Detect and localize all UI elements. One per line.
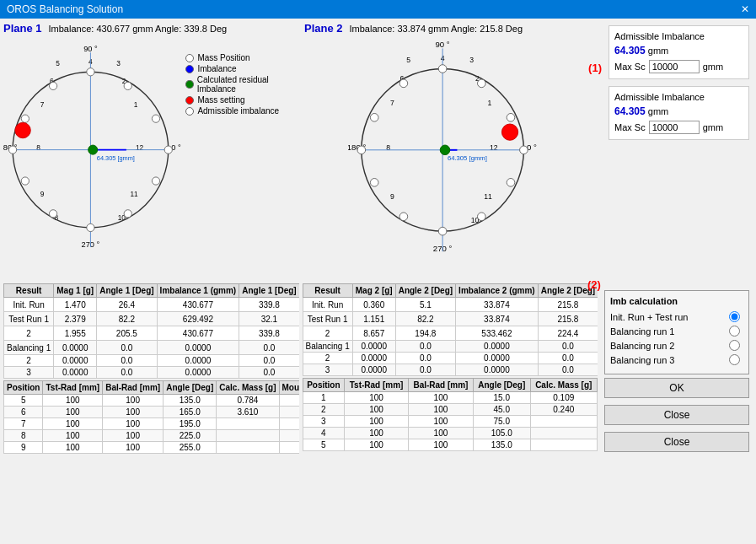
table-row: 5 100 100 135.0 0.784 0.000: [4, 395, 299, 407]
ok-button[interactable]: OK: [604, 378, 749, 398]
cell-angle2b: 0.0: [538, 353, 598, 364]
radio-bal-run2[interactable]: Balancing run 2: [610, 340, 743, 351]
plane1-header: Plane 1 Imbalance: 430.677 gmm Angle: 33…: [3, 22, 301, 35]
svg-text:9: 9: [390, 192, 394, 201]
cell-angle2: 0.0: [239, 355, 299, 367]
cell-pos: 8: [4, 430, 43, 442]
cell-result: 3: [4, 367, 54, 379]
cell-angle1: 0.0: [97, 367, 157, 379]
cell-result: 2: [4, 326, 54, 341]
svg-point-68: [440, 145, 450, 155]
svg-point-66: [399, 79, 408, 88]
svg-point-21: [124, 82, 131, 89]
svg-point-65: [370, 113, 378, 121]
table-row: Init. Run 0.360 5.1 33.874 215.8 X: [303, 298, 598, 312]
close-icon[interactable]: ✕: [741, 3, 749, 15]
plane1-position-scroll[interactable]: Position Tst-Rad [mm] Bal-Rad [mm] Angle…: [3, 380, 299, 454]
cell-angle2b: 215.8: [538, 298, 598, 312]
svg-point-26: [87, 224, 94, 231]
cell-mag2: 0.0000: [352, 353, 395, 364]
tst-rad-col: Tst-Rad [mm]: [43, 381, 103, 395]
svg-text:3: 3: [116, 59, 121, 67]
radio-bal-run3[interactable]: Balancing run 3: [610, 354, 743, 365]
admissible1-maxsc-input[interactable]: [649, 60, 700, 73]
col-angle2a: Angle 2 [Deg]: [395, 284, 455, 298]
radio-bal-run1[interactable]: Balancing run 1: [610, 326, 743, 337]
admissible2-title: Admissible Imbalance: [614, 92, 743, 102]
plane1-info: Imbalance: 430.677 gmm Angle: 339.8 Deg: [49, 24, 228, 34]
plane1-results-table: Result Mag 1 [g] Angle 1 [Deg] Imbalance…: [3, 283, 299, 379]
svg-text:1: 1: [487, 99, 491, 107]
cell-mag: 0.0000: [54, 341, 97, 355]
cell-imbalance2: 0.0000: [456, 364, 539, 376]
table-row: 9 100 100 255.0: [4, 442, 299, 454]
admissible1-maxsc-label: Max Sc: [614, 62, 646, 72]
cell-angle: 135.0: [164, 395, 217, 407]
col-result2: Result: [303, 284, 352, 298]
cell-result2: 3: [303, 364, 352, 376]
table-row: Init. Run 1.470 26.4 430.677 339.8 X: [4, 298, 299, 312]
cell-bal2: 100: [408, 392, 473, 404]
radio-bal-run2-input[interactable]: [729, 340, 740, 351]
table-row: 4 100 100 105.0: [303, 428, 598, 439]
radio-bal-run1-input[interactable]: [729, 326, 740, 337]
cell-imbalance: 629.492: [157, 312, 239, 326]
plane1-position-table: Position Tst-Rad [mm] Bal-Rad [mm] Angle…: [3, 380, 299, 454]
svg-text:5: 5: [406, 56, 410, 64]
legend-mass-position: Mass Position: [185, 53, 301, 62]
table-row: 2 8.657 194.8 533.462 224.4 X: [303, 326, 598, 341]
plane1-legend: Mass Position Imbalance Calculated resid…: [185, 53, 301, 277]
svg-text:7: 7: [40, 100, 45, 109]
cell-angle1: 0.0: [97, 355, 157, 367]
table-row: Test Run 1 2.379 82.2 629.492 32.1 X: [4, 312, 299, 326]
cell-angle2: 135.0: [473, 439, 530, 451]
plane2-info: Imbalance: 33.874 gmm Angle: 215.8 Deg: [350, 24, 523, 34]
svg-point-63: [370, 179, 378, 187]
cell-angle1: 205.5: [97, 326, 157, 341]
legend-admissible: Admissible imbalance: [185, 106, 301, 116]
cell-result2: Test Run 1: [303, 312, 352, 326]
close-button2[interactable]: Close: [604, 432, 749, 452]
cell-angle1: 0.0: [97, 341, 157, 355]
plane1-section: Plane 1 Imbalance: 430.677 gmm Angle: 33…: [3, 22, 301, 277]
cell-imbalance: 430.677: [157, 326, 239, 341]
admissible2-maxsc-input[interactable]: [649, 121, 700, 134]
cell-mag2: 0.0000: [352, 364, 395, 376]
col-imb1: Imbalance 1 (gmm): [157, 284, 239, 298]
admissible1-unit: gmm: [648, 46, 668, 56]
radio-init-run[interactable]: Init. Run + Test run: [610, 311, 743, 322]
admissible1-value: 64.305: [614, 45, 646, 57]
table-row: 2 1.955 205.5 430.677 339.8 X: [4, 326, 299, 341]
cell-mag2: 1.151: [352, 312, 395, 326]
table-row: 5 100 100 135.0: [303, 439, 598, 451]
svg-text:11: 11: [131, 190, 139, 198]
legend-imbalance-label: Imbalance: [197, 64, 236, 73]
svg-text:5: 5: [56, 59, 60, 67]
cell-calc2: [530, 439, 597, 451]
table-row: 3 0.0000 0.0 0.0000 0.0: [303, 364, 598, 376]
cell-calc2: [530, 416, 597, 428]
close-button1[interactable]: Close: [604, 405, 749, 425]
svg-point-31: [49, 82, 56, 89]
radio-init-run-input[interactable]: [729, 311, 740, 322]
cell-angle2b: 215.8: [538, 312, 598, 326]
calc-mass2-col: Calc. Mass [g]: [530, 379, 597, 392]
svg-text:90 °: 90 °: [83, 45, 98, 53]
admissible2-maxsc-row: Max Sc gmm: [614, 121, 743, 134]
svg-point-30: [21, 115, 29, 122]
table-row: 2 0.0000 0.0 0.0000 0.0: [4, 355, 299, 367]
cell-imbalance: 0.0000: [157, 367, 239, 379]
main-container: Plane 1 Imbalance: 430.677 gmm Angle: 33…: [0, 19, 756, 542]
cell-angle2b: 0.0: [538, 364, 598, 376]
svg-text:64.305 [gmm]: 64.305 [gmm]: [447, 154, 486, 162]
radio-bal-run3-input[interactable]: [729, 354, 740, 365]
cell-pos: 9: [4, 442, 43, 454]
svg-text:7: 7: [390, 99, 394, 107]
calc-mass-col: Calc. Mass [g]: [217, 381, 279, 395]
col-mag2: Mag 2 [g]: [352, 284, 395, 298]
cell-bal: 100: [103, 407, 164, 418]
table-row: 2 0.0000 0.0 0.0000 0.0: [303, 353, 598, 364]
col-angle1b: Angle 1 [Deg]: [239, 284, 299, 298]
plane2-position-scroll[interactable]: Position Tst-Rad [mm] Bal-Rad [mm] Angle…: [303, 378, 598, 451]
cell-pos: 7: [4, 418, 43, 430]
